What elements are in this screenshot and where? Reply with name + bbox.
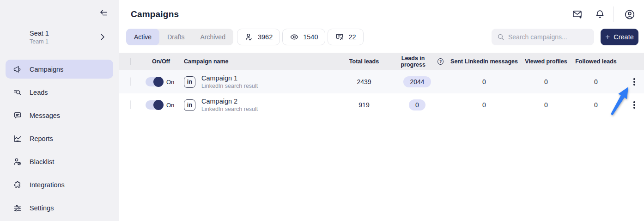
campaign-subtitle: LinkedIn search result — [201, 83, 258, 89]
search-box — [492, 29, 594, 45]
topbar: Campaigns — [119, 0, 644, 21]
seat-title: Seat 1 — [30, 30, 49, 37]
campaign-subtitle: LinkedIn search result — [201, 106, 258, 112]
controls-row: Active Drafts Archived 3962 1540 — [126, 29, 638, 45]
sidebar-item-integrations[interactable]: Integrations — [6, 175, 113, 194]
row-checkbox[interactable] — [130, 77, 131, 86]
main-content: Campaigns — [119, 0, 644, 221]
megaphone-icon — [13, 65, 22, 74]
search-icon — [497, 33, 504, 41]
viewed-profiles-value: 0 — [525, 101, 567, 109]
total-leads-value: 919 — [337, 101, 391, 109]
sidebar-item-campaigns[interactable]: Campaigns — [6, 60, 113, 79]
create-button-label: Create — [614, 33, 634, 41]
person-check-icon — [244, 32, 254, 42]
stat-leads-pill[interactable]: 3962 — [237, 29, 280, 45]
row-1-kebab-menu[interactable] — [625, 78, 644, 86]
row-2-kebab-menu[interactable] — [625, 101, 644, 109]
campaign-toggle[interactable] — [146, 77, 163, 86]
stat-value: 22 — [348, 33, 356, 41]
column-viewed-profiles: Viewed profiles — [525, 58, 567, 65]
eye-icon — [290, 32, 299, 42]
sidebar-item-reports[interactable]: Reports — [6, 129, 113, 148]
message-out-icon — [335, 32, 344, 42]
table-row: On in Campaign 2 LinkedIn search result … — [119, 93, 644, 117]
column-campaign-name: Campaign name — [180, 58, 337, 65]
leads-in-progress-badge: 0 — [409, 99, 425, 110]
column-sent-messages: Sent LinkedIn messages — [444, 58, 525, 65]
tab-active[interactable]: Active — [126, 29, 159, 45]
help-icon[interactable]: ? — [437, 58, 444, 65]
sidebar-item-label: Messages — [30, 112, 60, 119]
lead-search-icon — [13, 88, 22, 97]
topbar-divider — [613, 6, 614, 22]
column-total-leads: Total leads — [337, 58, 391, 65]
sidebar-nav: Campaigns Leads Messages — [6, 60, 113, 217]
tab-archived[interactable]: Archived — [192, 29, 233, 45]
select-all-checkbox[interactable] — [130, 58, 131, 65]
table-header-row: On/Off Campaign name Total leads Leads i… — [119, 53, 644, 70]
row-checkbox[interactable] — [130, 100, 131, 109]
stat-value: 3962 — [258, 33, 273, 41]
campaign-title: Campaign 2 — [201, 98, 258, 105]
campaigns-table: On/Off Campaign name Total leads Leads i… — [119, 53, 644, 117]
total-leads-value: 2439 — [337, 78, 391, 86]
sidebar-item-label: Reports — [30, 135, 53, 142]
sidebar-item-blacklist[interactable]: Blacklist — [6, 152, 113, 171]
seat-selector[interactable]: Seat 1 Team 1 — [0, 27, 119, 47]
bell-icon[interactable] — [594, 8, 606, 20]
sidebar-item-label: Integrations — [30, 181, 65, 189]
sidebar: Seat 1 Team 1 Campaigns L — [0, 0, 119, 221]
stat-views-pill[interactable]: 1540 — [282, 29, 325, 45]
toggle-state-label: On — [166, 102, 174, 109]
mail-plus-icon[interactable] — [571, 8, 583, 20]
campaign-name-cell[interactable]: in Campaign 2 LinkedIn search result — [180, 98, 337, 112]
collapse-sidebar-icon[interactable] — [97, 8, 109, 19]
chevron-right-icon — [97, 32, 108, 42]
linkedin-icon: in — [184, 76, 195, 88]
column-onoff: On/Off — [142, 58, 180, 65]
search-input[interactable] — [508, 33, 589, 41]
sidebar-item-leads[interactable]: Leads — [6, 83, 113, 102]
table-row: On in Campaign 1 LinkedIn search result … — [119, 70, 644, 93]
sidebar-item-label: Campaigns — [30, 66, 63, 73]
sidebar-item-label: Leads — [30, 89, 48, 96]
campaign-toggle[interactable] — [146, 100, 163, 110]
campaign-title: Campaign 1 — [201, 74, 258, 82]
viewed-profiles-value: 0 — [525, 78, 567, 86]
sidebar-item-settings[interactable]: Settings — [6, 198, 113, 217]
topbar-actions — [561, 6, 636, 22]
sent-messages-value: 0 — [444, 78, 525, 86]
sidebar-item-label: Settings — [30, 204, 54, 212]
stat-messages-pill[interactable]: 22 — [328, 29, 363, 45]
sidebar-item-messages[interactable]: Messages — [6, 106, 113, 125]
tab-drafts[interactable]: Drafts — [159, 29, 192, 45]
chart-icon — [13, 134, 22, 143]
column-leads-in-progress: Leads in progress ? — [391, 55, 444, 68]
user-block-icon — [13, 157, 22, 166]
toggle-state-label: On — [166, 79, 174, 86]
column-followed-leads: Followed leads — [567, 58, 625, 65]
seat-subtitle: Team 1 — [30, 38, 49, 45]
page-title: Campaigns — [131, 9, 179, 19]
leads-in-progress-badge: 2044 — [403, 76, 431, 87]
stat-value: 1540 — [303, 33, 318, 41]
puzzle-icon — [13, 180, 22, 190]
followed-leads-value: 0 — [567, 78, 625, 86]
sent-messages-value: 0 — [444, 101, 525, 109]
chat-bubble-icon — [13, 111, 22, 120]
followed-leads-value: 0 — [567, 101, 625, 109]
create-button[interactable]: + Create — [601, 29, 638, 45]
linkedin-icon: in — [184, 99, 195, 111]
plus-icon: + — [605, 33, 610, 41]
sidebar-item-label: Blacklist — [30, 158, 54, 166]
avatar-icon[interactable] — [624, 8, 636, 20]
sliders-icon — [13, 203, 22, 213]
stats-pills: 3962 1540 22 — [237, 29, 364, 45]
status-tabs: Active Drafts Archived — [126, 29, 233, 45]
campaign-name-cell[interactable]: in Campaign 1 LinkedIn search result — [180, 74, 337, 89]
